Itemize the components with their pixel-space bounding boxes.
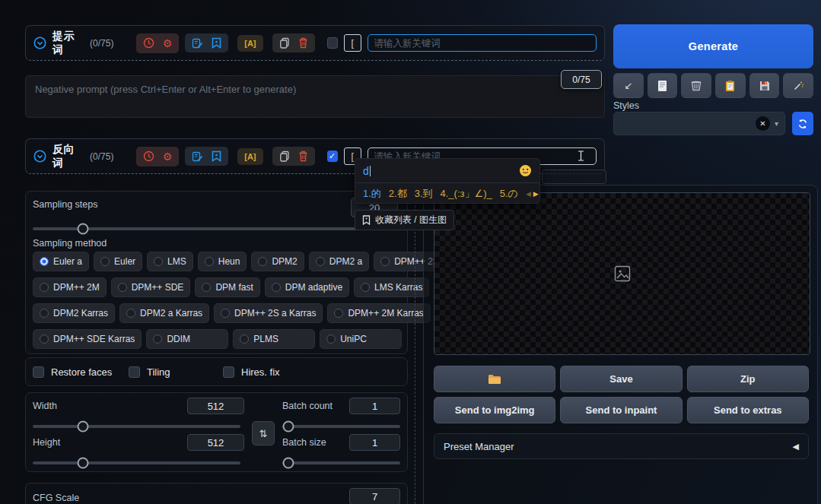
restore-faces-checkbox[interactable] xyxy=(33,366,44,378)
ime-candidate[interactable]: 1.的 xyxy=(363,187,381,201)
slider-knob[interactable] xyxy=(77,458,88,469)
collapse-chevron-icon[interactable] xyxy=(33,36,46,49)
bracket-toggle[interactable]: [ xyxy=(344,34,361,52)
image-preview-area[interactable] xyxy=(434,192,810,355)
hires-fix-checkbox[interactable] xyxy=(223,366,234,378)
translate-icon[interactable]: [A] xyxy=(244,152,256,161)
sampler-option[interactable]: DPM++ SDE xyxy=(111,277,191,297)
ime-candidate-popup: d 1.的 2.都 3.到 4._(:з」∠)_ 5.の ◀ ▶ xyxy=(355,158,540,204)
width-slider[interactable] xyxy=(33,425,240,428)
sampler-option[interactable]: DPM2 Karras xyxy=(33,303,115,323)
send-to-extras-button[interactable]: Send to extras xyxy=(687,397,809,423)
height-label: Height xyxy=(33,437,60,448)
output-actions-row-1: Save Zip xyxy=(434,366,809,392)
ime-prev-page-icon[interactable]: ◀ xyxy=(526,190,531,198)
height-value[interactable]: 512 xyxy=(187,434,244,451)
batch-count-value[interactable]: 1 xyxy=(349,398,400,414)
sampler-option[interactable]: Heun xyxy=(198,252,247,271)
cfg-scale-label: CFG Scale xyxy=(33,493,79,503)
copy-icon[interactable] xyxy=(279,37,290,49)
send-to-inpaint-button[interactable]: Send to inpaint xyxy=(560,397,682,423)
cfg-card: CFG Scale 7 xyxy=(25,483,408,504)
bookmark-icon[interactable] xyxy=(212,151,221,162)
bookmark-icon[interactable] xyxy=(212,37,221,49)
edit-prompt-icon[interactable] xyxy=(192,37,203,49)
keyword-mode-checkbox[interactable] xyxy=(327,37,338,49)
tiling-checkbox[interactable] xyxy=(129,366,140,378)
negative-prompt-textarea[interactable] xyxy=(25,75,605,118)
prompt-token-counter: (0/75) xyxy=(90,38,113,49)
sampler-option[interactable]: DPM++ 2M xyxy=(33,277,107,297)
ime-candidate[interactable]: 3.到 xyxy=(415,187,433,201)
ime-emoji-icon[interactable] xyxy=(519,164,532,177)
delete-trash-icon[interactable] xyxy=(298,151,308,162)
collapse-chevron-icon[interactable] xyxy=(33,150,46,163)
column-divider[interactable] xyxy=(415,194,415,504)
sampling-steps-slider[interactable] xyxy=(33,227,401,230)
prompt-note-button[interactable] xyxy=(648,73,678,98)
styles-dropdown[interactable]: ✕ ▾ xyxy=(613,112,785,135)
paste-params-button[interactable]: ↙ xyxy=(613,73,644,98)
refresh-styles-button[interactable] xyxy=(792,112,813,135)
sampler-option[interactable]: DPM++ SDE Karras xyxy=(33,329,142,349)
settings-gear-icon[interactable]: ⚙ xyxy=(163,37,173,49)
ime-next-page-icon[interactable]: ▶ xyxy=(533,190,539,198)
ime-composition-text: d xyxy=(363,165,369,177)
sampler-option[interactable]: LMS xyxy=(147,252,193,271)
history-icon[interactable] xyxy=(143,37,154,49)
chevron-down-icon[interactable]: ▾ xyxy=(775,119,778,128)
sampler-option[interactable]: DPM2 xyxy=(251,252,304,271)
save-style-button[interactable] xyxy=(749,73,780,98)
width-value[interactable]: 512 xyxy=(187,398,244,414)
new-keyword-input[interactable] xyxy=(368,34,597,52)
copy-icon[interactable] xyxy=(279,151,290,162)
sampler-option[interactable]: DDIM xyxy=(146,329,228,349)
restore-faces-option[interactable]: Restore faces xyxy=(33,366,129,378)
delete-trash-icon[interactable] xyxy=(298,37,308,49)
slider-knob[interactable] xyxy=(77,223,88,235)
ime-candidate[interactable]: 4._(:з」∠)_ xyxy=(441,187,492,201)
batch-count-slider[interactable] xyxy=(282,425,400,428)
sampler-option[interactable]: DPM adaptive xyxy=(265,277,349,297)
send-to-img2img-button[interactable]: Send to img2img xyxy=(434,397,555,423)
history-icon[interactable] xyxy=(143,151,154,162)
ime-candidate[interactable]: 2.都 xyxy=(389,187,407,201)
height-slider[interactable] xyxy=(33,461,240,464)
tiling-option[interactable]: Tiling xyxy=(129,366,223,378)
zip-button[interactable]: Zip xyxy=(687,366,809,392)
sampler-option[interactable]: PLMS xyxy=(233,329,315,349)
slider-knob[interactable] xyxy=(282,458,294,469)
collapse-left-icon[interactable]: ◀ xyxy=(793,442,799,452)
hires-fix-option[interactable]: Hires. fix xyxy=(223,366,280,378)
translate-icon[interactable]: [A] xyxy=(244,39,256,48)
slider-knob[interactable] xyxy=(77,421,88,433)
dimensions-card: Width 512 Height 512 ⇅ Batch count 1 Bat… xyxy=(25,392,408,472)
open-folder-button[interactable] xyxy=(434,366,555,392)
batch-size-value[interactable]: 1 xyxy=(349,434,400,451)
sampler-option[interactable]: DPM2 a xyxy=(309,252,369,271)
sampler-option[interactable]: Euler xyxy=(94,252,142,271)
slider-knob[interactable] xyxy=(282,421,294,433)
batch-size-slider[interactable] xyxy=(282,461,400,464)
clear-styles-icon[interactable]: ✕ xyxy=(756,116,770,131)
sampler-option[interactable]: UniPC xyxy=(320,329,402,349)
apply-styles-button[interactable] xyxy=(715,73,746,98)
sampler-option[interactable]: Euler a xyxy=(33,252,89,271)
magic-wand-button[interactable] xyxy=(783,73,813,98)
save-button[interactable]: Save xyxy=(560,366,682,392)
swap-dimensions-button[interactable]: ⇅ xyxy=(252,421,275,445)
sampler-option[interactable]: LMS Karras xyxy=(354,277,429,297)
generate-button[interactable]: Generate xyxy=(613,24,813,68)
edit-prompt-icon[interactable] xyxy=(192,151,203,162)
ime-candidate[interactable]: 5.の xyxy=(500,187,518,201)
cfg-scale-value[interactable]: 7 xyxy=(349,488,400,504)
sampler-option[interactable]: DPM2 a Karras xyxy=(119,303,209,323)
sampler-option[interactable]: DPM fast xyxy=(195,277,259,297)
sampler-option[interactable]: DPM++ 2S a Karras xyxy=(214,303,323,323)
styles-label: Styles xyxy=(613,100,639,111)
clear-prompt-button[interactable] xyxy=(681,73,711,98)
keyword-mode-checkbox[interactable]: ✓ xyxy=(327,151,338,162)
bookmark-tooltip: 收藏列表 / 图生图 xyxy=(355,210,454,230)
settings-gear-icon[interactable]: ⚙ xyxy=(163,151,173,163)
preset-manager-bar[interactable]: Preset Manager ◀ xyxy=(434,433,809,459)
